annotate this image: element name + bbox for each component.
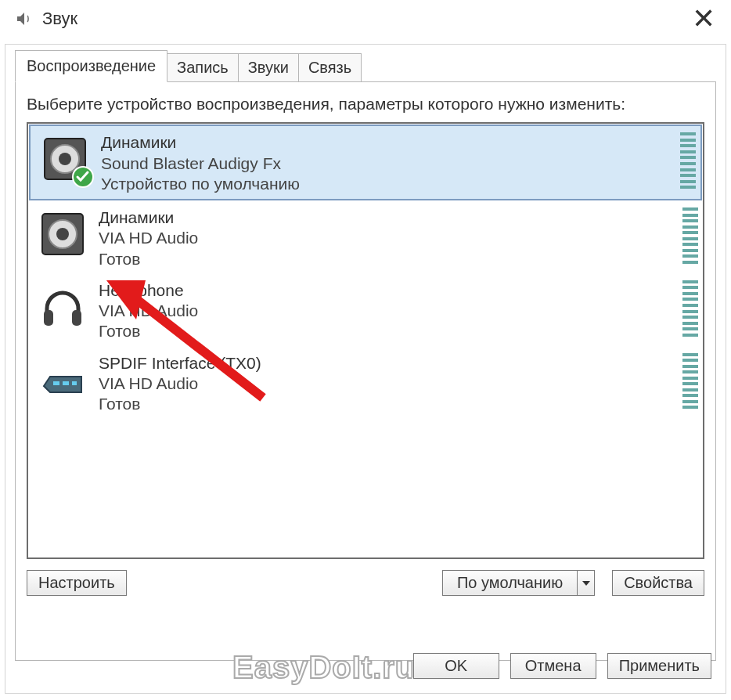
- apply-button[interactable]: Применить: [607, 653, 711, 679]
- device-name: Динамики: [101, 132, 300, 153]
- device-desc: VIA HD Audio: [99, 373, 261, 394]
- level-meter: [680, 132, 696, 189]
- tab-recording[interactable]: Запись: [167, 53, 239, 82]
- level-meter: [682, 280, 698, 337]
- dialog-button-row: OK Отмена Применить: [413, 653, 711, 679]
- panel-button-row: Настроить По умолчанию Свойства: [27, 570, 704, 596]
- cancel-button[interactable]: Отмена: [510, 653, 596, 679]
- set-default-button[interactable]: По умолчанию: [442, 570, 595, 596]
- tab-playback[interactable]: Воспроизведение: [15, 50, 167, 82]
- dialog-body: Воспроизведение Запись Звуки Связь Выбер…: [5, 44, 726, 694]
- set-default-label: По умолчанию: [443, 571, 577, 595]
- device-desc: VIA HD Audio: [99, 301, 198, 321]
- tab-sounds[interactable]: Звуки: [238, 53, 299, 82]
- device-status: Готов: [99, 249, 198, 269]
- default-check-icon: [71, 165, 95, 189]
- device-status: Готов: [99, 394, 261, 414]
- svg-rect-11: [72, 381, 77, 385]
- sound-icon: [14, 9, 34, 29]
- device-item-speakers-default[interactable]: Динамики Sound Blaster Audigy Fx Устройс…: [29, 124, 702, 200]
- window-title: Звук: [42, 9, 77, 29]
- svg-rect-7: [44, 310, 53, 326]
- tab-communications[interactable]: Связь: [298, 53, 362, 82]
- device-desc: VIA HD Audio: [99, 228, 198, 248]
- device-list[interactable]: Динамики Sound Blaster Audigy Fx Устройс…: [27, 122, 704, 559]
- level-meter: [682, 207, 698, 264]
- title-bar: Звук ✕: [0, 0, 731, 41]
- chevron-down-icon[interactable]: [577, 571, 594, 595]
- svg-rect-10: [63, 381, 69, 385]
- device-status: Устройство по умолчанию: [101, 174, 300, 194]
- svg-rect-8: [72, 310, 81, 326]
- close-button[interactable]: ✕: [684, 5, 723, 33]
- device-status: Готов: [99, 321, 198, 341]
- device-name: Headphone: [99, 280, 198, 301]
- device-item-speakers-via[interactable]: Динамики VIA HD Audio Готов: [28, 201, 703, 274]
- svg-point-2: [59, 153, 71, 165]
- device-desc: Sound Blaster Audigy Fx: [101, 153, 300, 174]
- spdif-icon: [34, 352, 91, 408]
- headphone-icon: [34, 279, 91, 335]
- speaker-icon: [37, 131, 93, 187]
- level-meter: [682, 353, 698, 410]
- tab-panel-playback: Выберите устройство воспроизведения, пар…: [15, 81, 716, 661]
- svg-rect-9: [53, 381, 59, 385]
- speaker-icon: [34, 206, 91, 262]
- instruction-text: Выберите устройство воспроизведения, пар…: [27, 93, 704, 114]
- configure-button[interactable]: Настроить: [27, 570, 127, 596]
- properties-button[interactable]: Свойства: [612, 570, 704, 596]
- svg-point-6: [56, 228, 69, 240]
- device-item-headphone[interactable]: Headphone VIA HD Audio Готов: [28, 274, 703, 347]
- tab-strip: Воспроизведение Запись Звуки Связь: [15, 53, 716, 82]
- device-name: SPDIF Interface (TX0): [99, 353, 261, 373]
- ok-button[interactable]: OK: [413, 653, 499, 679]
- device-item-spdif[interactable]: SPDIF Interface (TX0) VIA HD Audio Готов: [28, 347, 703, 420]
- device-name: Динамики: [99, 207, 198, 228]
